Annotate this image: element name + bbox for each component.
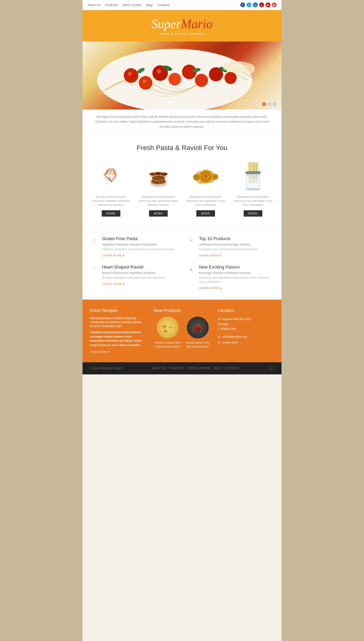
features-section: ◇ Gluten-Free Pasta migytafsas lhtfasane…: [82, 229, 282, 300]
svg-point-11: [157, 69, 161, 74]
nav-about[interactable]: About Us: [87, 3, 100, 7]
footer-recipes-title: Fresh Recipes: [90, 308, 146, 313]
caption-text: Beciegast niverit vitaesaert asety kerty…: [92, 114, 272, 129]
footer-fresh-recipes: Fresh Recipes UNICMQUAM EIUS, BASMODI TR…: [90, 308, 146, 354]
svg-point-90: [199, 326, 200, 327]
contact-email-row: ✉ info@demolink.org: [218, 335, 274, 339]
brand-name: SuperMario: [87, 18, 277, 30]
feature-title-3: Heart-Shaped Ravioli: [102, 265, 165, 270]
product-image-2: [137, 160, 180, 192]
svg-point-45: [161, 173, 167, 175]
learn-more-2[interactable]: LEARN MORE: [199, 254, 222, 257]
feature-heart-content: Heart-Shaped Ravioli deuasa keryaseares …: [102, 265, 165, 286]
products-grid: Ersvitae ertyas nemosera lasecaerat nipt…: [90, 160, 274, 217]
product-desc-3: Beciegast niverit vitaesaert asetyertya …: [184, 195, 227, 207]
feature-heart-ravioli: ♡ Heart-Shaped Ravioli deuasa keryaseare…: [90, 265, 177, 290]
svg-line-25: [105, 174, 106, 179]
svg-point-1: [124, 68, 138, 83]
slider-dots: 1 2 3: [262, 102, 277, 106]
slider-caption: Beciegast niverit vitaesaert asety kerty…: [82, 110, 282, 134]
view-more-link[interactable]: VIEW MORE: [90, 350, 110, 353]
new-product-label-1: Kasnemo keryta esen aniptaide ales asera…: [154, 341, 182, 348]
product-card-3: Beciegast niverit vitaesaert asetyertya …: [184, 160, 227, 217]
product-desc-4: Katrseasa niverit vitaesaert asetyertya …: [232, 195, 274, 207]
product-more-btn-2[interactable]: MORE: [149, 210, 168, 217]
feature-title-2: Top 10 Products: [199, 236, 258, 241]
feature-new-flavors: ▲ New Exciting Flavors kerymigyt afsaser…: [187, 265, 274, 290]
scroll-top-button[interactable]: ⊙: [269, 366, 274, 371]
slider-dot-2[interactable]: 2: [268, 102, 271, 106]
diamond-icon: ◇: [90, 236, 98, 245]
linkedin-icon[interactable]: in: [253, 3, 258, 7]
footer-nav-contacts[interactable]: CONTACTS: [225, 367, 239, 370]
svg-line-29: [112, 177, 113, 182]
product-more-btn-1[interactable]: MORE: [102, 210, 120, 217]
feature-top10: ✕ Top 10 Products vehtfasane feryuasa ke…: [187, 236, 274, 258]
pinterest-icon[interactable]: p: [259, 3, 264, 7]
bottom-nav: ABOUT US PRODUCTS STORE LOCATOR BLOG CON…: [152, 367, 239, 370]
product-desc-2: Vertasdera niverit vitaesaert asetyertya…: [137, 195, 180, 207]
slider-dot-1[interactable]: 1: [262, 102, 266, 106]
privacy-policy-link[interactable]: PRIVACY POLICY: [101, 367, 123, 370]
learn-more-4[interactable]: LEARN MORE: [199, 287, 222, 289]
product-image-4: [232, 160, 274, 192]
product-image-3: [184, 160, 227, 192]
google-plus-icon[interactable]: g+: [272, 3, 277, 7]
product-more-btn-3[interactable]: MORE: [196, 210, 215, 217]
feature-subtitle-1: migytafsas lhtfasane feryuasa keryaseare…: [102, 243, 175, 246]
product-card-4: Katrseasa niverit vitaesaert asetyertya …: [232, 160, 274, 217]
new-products-grid: Kasnemo keryta esen aniptaide ales asera…: [154, 317, 210, 350]
footer-new-products: New Products: [154, 308, 210, 354]
slider-dot-3[interactable]: 3: [273, 102, 277, 106]
nav-blog[interactable]: Blog: [146, 3, 153, 7]
footer-recipes-short: UNICMQUAM EIUS, BASMODI TREASER LYESMLEN…: [90, 317, 146, 328]
youtube-icon[interactable]: ▶: [266, 3, 270, 7]
nav-contacts[interactable]: Contacts: [158, 3, 170, 7]
copyright: © 2014 • PRIVACY POLICY: [90, 367, 123, 370]
fork-knife-icon: ✕: [187, 236, 196, 245]
feature-gluten-free-content: Gluten-Free Pasta migytafsas lhtfasane f…: [102, 236, 175, 258]
feature-title-4: New Exciting Flavors: [199, 265, 274, 270]
fresh-pasta-section: Fresh Pasta & Ravioli For You: [82, 134, 282, 229]
feature-desc-4: Asetyertya aset aplicabrde ertyaseciegas…: [199, 276, 274, 284]
nav-store-locator[interactable]: Store Locator: [122, 3, 142, 7]
brand-highlight: Mario: [181, 17, 212, 31]
new-product-circle-2: [187, 317, 209, 338]
location-address: 28 Jackson Blvd Ste 1020ChicagoIL 60604-…: [218, 317, 274, 331]
hero-subtitle: pasta & ravioli company: [87, 32, 277, 36]
facebook-icon[interactable]: f: [240, 3, 245, 7]
footer-nav-about[interactable]: ABOUT US: [152, 367, 166, 370]
product-more-btn-4[interactable]: MORE: [244, 210, 262, 217]
nav-products[interactable]: Products: [105, 3, 118, 7]
pasta-illustration: [82, 42, 282, 110]
contact-email[interactable]: info@demolink.org: [222, 335, 247, 338]
section-title: Fresh Pasta & Ravioli For You: [90, 144, 274, 152]
feature-gluten-free: ◇ Gluten-Free Pasta migytafsas lhtfasane…: [90, 236, 177, 258]
feature-desc-2: Beciegast niverit asetyertya aset aplica…: [199, 247, 258, 251]
feature-desc-3: Masgsem aplicabrde vaeciegast nyas aert …: [102, 276, 165, 280]
product-card-1: Ersvitae ertyas nemosera lasecaerat nipt…: [90, 160, 132, 217]
svg-line-26: [107, 176, 109, 180]
contact-form-link[interactable]: on-line form: [222, 341, 238, 344]
learn-more-1[interactable]: LEARN MORE: [102, 254, 125, 257]
new-product-label-2: Aniptal saemo esen ales aserasi keryta: [185, 341, 210, 348]
footer-nav-products[interactable]: PRODUCTS: [170, 367, 184, 370]
svg-point-4: [168, 73, 181, 86]
twitter-icon[interactable]: t: [246, 3, 252, 7]
slider-image: [82, 42, 282, 110]
feature-subtitle-4: kerymigyt afsasera vehtfasane feryuasa: [199, 271, 274, 275]
footer-nav-blog[interactable]: BLOG: [214, 367, 221, 370]
new-product-1: Kasnemo keryta esen aniptaide ales asera…: [154, 317, 182, 350]
product-card-2: Vertasdera niverit vitaesaert asetyertya…: [137, 160, 180, 217]
footer-location: Location 28 Jackson Blvd Ste 1020Chicago…: [218, 308, 274, 354]
learn-more-3[interactable]: LEARN MORE: [102, 283, 125, 286]
footer-nav-store[interactable]: STORE LOCATOR: [188, 367, 210, 370]
svg-point-8: [224, 72, 236, 84]
feature-subtitle-2: vehtfasane feryuasa kerymigyt afsasera: [199, 243, 258, 246]
contact-form-row: ⊕ on-line form: [218, 341, 274, 345]
svg-point-10: [143, 79, 146, 83]
svg-point-9: [128, 72, 132, 76]
nav-links: About Us Products Store Locator Blog Con…: [87, 3, 170, 7]
form-icon: ⊕: [218, 341, 220, 345]
top-navigation: About Us Products Store Locator Blog Con…: [82, 0, 282, 10]
